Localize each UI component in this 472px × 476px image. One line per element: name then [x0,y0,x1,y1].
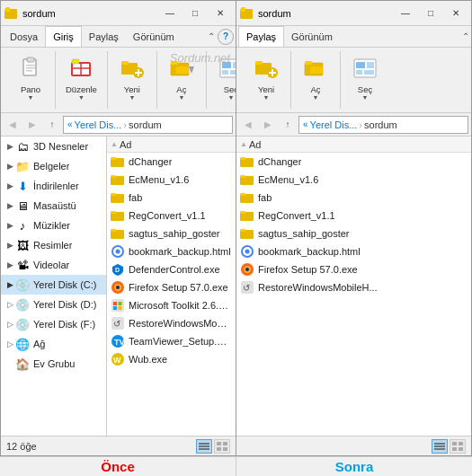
sidebar-item-indirilenler[interactable]: ▶ ⬇ İndirilenler [1,176,106,196]
right-file-bookmark[interactable]: bookmark_backup.html [236,242,471,260]
ribbon-ac-arrow[interactable]: ▼ [178,94,184,101]
left-ribbon-tabs: Dosya Giriş Paylaş Görünüm ⌃ ? [1,26,236,48]
right-file-firefox[interactable]: Firefox Setup 57.0.exe [236,260,471,278]
right-ribbon-ac-button[interactable]: Aç ▼ [297,51,334,103]
sidebar-label-masaustu: Masaüstü [33,200,76,211]
left-file-dchanger[interactable]: dChanger [107,153,236,171]
right-file-ecmenu[interactable]: EcMenu_v1.6 [236,171,471,189]
left-file-regconvert[interactable]: RegConvert_v1.1 [107,207,236,225]
ribbon-sec-button[interactable]: Seç ▼ [212,51,236,103]
sidebar-item-muzikler[interactable]: ▶ ♪ Müzikler [1,216,106,235]
clipboard-icon [16,54,45,83]
left-maximize-button[interactable]: □ [183,4,207,23]
sidebar-expand-ag: ▷ [4,339,15,348]
left-title-bar: sordum — □ ✕ [1,1,236,26]
right-tab-paylas[interactable]: Paylaş [238,26,284,47]
right-back-button[interactable]: ◀ [239,116,257,134]
sidebar-item-videolar[interactable]: ▶ 📽 Videolar [1,255,106,275]
svg-rect-57 [217,442,221,445]
right-file-sagtus[interactable]: sagtus_sahip_goster [236,225,471,242]
svg-point-38 [116,250,120,254]
up-button[interactable]: ↑ [43,116,61,134]
left-file-sagtus[interactable]: sagtus_sahip_goster [107,225,236,242]
tab-goruntum[interactable]: Görünüm [126,26,182,47]
ribbon-yeni-arrow[interactable]: ▼ [129,94,135,101]
ribbon-sec-arrow[interactable]: ▼ [227,94,234,101]
left-file-wub[interactable]: W Wub.exe [107,350,236,368]
sidebar-icon-belgeler: 📁 [15,159,30,173]
right-file-regconvert[interactable]: RegConvert_v1.1 [236,207,471,225]
right-maximize-button[interactable]: □ [419,4,442,23]
sidebar-item-masaustu[interactable]: ▶ 🖥 Masaüstü [1,196,106,216]
sidebar-icon-yerel-d: 💿 [15,297,30,312]
sidebar-item-ag[interactable]: ▷ 🌐 Ağ [1,334,106,354]
ribbon-pano-button[interactable]: Pano ▼ [12,51,49,103]
left-file-teamviewer[interactable]: TV TeamViewer_Setup.exe [107,332,236,350]
sidebar-item-yerel-d[interactable]: ▷ 💿 Yerel Disk (D:) [1,295,106,314]
ribbon-yeni-button[interactable]: Yeni ▼ [113,51,151,103]
ribbon-pano-arrow[interactable]: ▼ [28,94,34,101]
right-minimize-button[interactable]: — [394,4,417,23]
right-forward-button[interactable]: ▶ [259,116,277,134]
right-address-path[interactable]: « Yerel Dis... › sordum [298,116,468,134]
right-view-list-button[interactable] [432,439,448,454]
right-view-grid-button[interactable] [450,439,466,454]
ribbon-expand-icon[interactable]: ⌃ [208,31,215,41]
right-tab-goruntum[interactable]: Görünüm [284,26,340,47]
left-view-list-button[interactable] [196,439,212,454]
right-close-button[interactable]: ✕ [444,4,468,23]
right-ribbon-yeni-button[interactable]: Yeni ▼ [247,51,285,103]
sidebar-item-yerel-f[interactable]: ▷ 💿 Yerel Disk (F:) [1,314,106,334]
left-file-defender[interactable]: D DefenderControl.exe [107,260,236,278]
forward-button[interactable]: ▶ [23,116,41,134]
right-file-restore[interactable]: ↺ RestoreWindowsMobileH... [236,278,471,296]
right-ribbon-sec-label: Seç [358,84,372,94]
folder-icon-dchanger [111,154,125,169]
svg-rect-7 [26,70,32,72]
ribbon-duzenle-arrow[interactable]: ▼ [78,94,85,101]
sidebar-label-3d: 3D Nesneler [33,141,88,152]
tab-dosya[interactable]: Dosya [3,26,45,47]
right-ribbon-expand-icon[interactable]: ⌃ [462,31,469,41]
right-ribbon-sec-button[interactable]: Seç ▼ [346,51,384,103]
ms-toolkit-icon [111,298,125,313]
sidebar-label-yerel-f: Yerel Disk (F:) [33,319,95,330]
right-file-fab[interactable]: fab [236,189,471,207]
left-col-header-ad[interactable]: Ad [120,139,131,150]
left-minimize-button[interactable]: — [158,4,182,23]
tab-paylas[interactable]: Paylaş [82,26,126,47]
sidebar-expand-yerel-d: ▷ [4,300,15,309]
sidebar-item-ev-grubu[interactable]: 🏠 Ev Grubu [1,354,106,374]
right-content-area: ▲ Ad dChanger EcMenu_v1.6 [236,137,471,436]
left-view-grid-button[interactable] [214,439,230,454]
right-up-button[interactable]: ↑ [279,116,297,134]
left-file-ms-toolkit[interactable]: Microsoft Toolkit 2.6.3 Of... [107,296,236,314]
tab-giris[interactable]: Giriş [45,26,82,47]
sidebar-item-yerel-c[interactable]: ▶ 💿 Yerel Disk (C:) [1,275,106,295]
right-col-header-ad[interactable]: Ad [249,139,261,150]
ribbon-duzenle-button[interactable]: Düzenle ▼ [61,51,102,103]
left-close-button[interactable]: ✕ [209,4,232,23]
right-ribbon-yeni-arrow[interactable]: ▼ [263,94,270,101]
ribbon-clipboard-buttons: Pano ▼ [12,51,49,109]
left-file-list-header: ▲ Ad [107,137,236,153]
sidebar-item-resimler[interactable]: ▶ 🖼 Resimler [1,235,106,255]
svg-rect-2 [5,7,10,10]
left-file-fab[interactable]: fab [107,189,236,207]
right-ribbon-ac-arrow[interactable]: ▼ [313,94,319,101]
left-file-restore[interactable]: ↺ RestoreWindowsMobileH... [107,314,236,332]
left-address-path[interactable]: « Yerel Dis... › sordum [63,116,233,134]
right-ribbon-sec-arrow[interactable]: ▼ [362,94,369,101]
back-button[interactable]: ◀ [4,116,22,134]
left-file-bookmark[interactable]: bookmark_backup.html [107,242,236,260]
left-file-firefox[interactable]: Firefox Setup 57.0.exe [107,278,236,296]
sidebar-item-3d[interactable]: ▶ 🗂 3D Nesneler [1,137,106,156]
sidebar-item-belgeler[interactable]: ▶ 📁 Belgeler [1,156,106,176]
right-file-dchanger[interactable]: dChanger [236,153,471,171]
ribbon-help-button[interactable]: ? [218,29,234,45]
ribbon-ac-button[interactable]: Aç ▼ [163,51,200,103]
address-chevrons: « [67,119,73,129]
left-file-ecmenu[interactable]: EcMenu_v1.6 [107,171,236,189]
sidebar-expand-yerel-c: ▶ [4,280,15,289]
left-file-list: ▲ Ad dChanger EcMenu_v1.6 [107,137,236,436]
